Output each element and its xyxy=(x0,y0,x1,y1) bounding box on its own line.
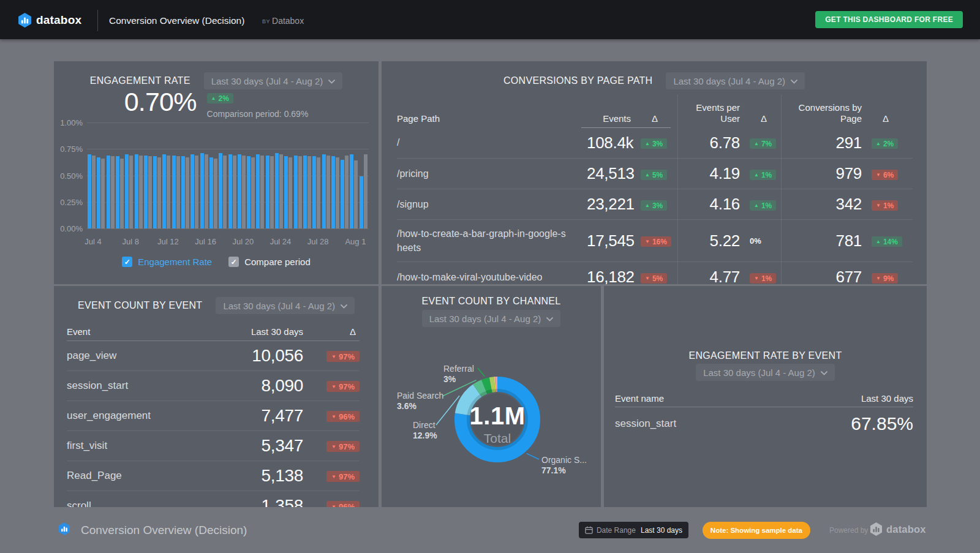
engagement-rate-bar[interactable] xyxy=(247,156,251,228)
date-range-pill[interactable]: Date Range Last 30 days xyxy=(579,522,688,538)
column-header-delta[interactable]: Δ xyxy=(303,326,360,337)
compare-period-bar[interactable] xyxy=(260,156,264,228)
engagement-rate-bar[interactable] xyxy=(107,156,110,228)
compare-period-bar[interactable] xyxy=(326,156,330,228)
compare-period-bar[interactable] xyxy=(242,156,246,228)
down-triangle-icon: ▼ xyxy=(331,384,336,389)
engagement-rate-bar[interactable] xyxy=(219,153,222,228)
column-header-delta[interactable]: Δ xyxy=(631,113,669,125)
table-row[interactable]: scroll1,358▼96% xyxy=(67,491,360,507)
compare-period-bar[interactable] xyxy=(186,157,189,228)
compare-period-bar[interactable] xyxy=(101,159,105,228)
engagement-rate-bar[interactable] xyxy=(360,176,363,228)
engagement-rate-bar[interactable] xyxy=(116,156,119,228)
engagement-rate-bar[interactable] xyxy=(228,154,232,228)
compare-period-bar[interactable] xyxy=(279,154,283,228)
engagement-rate-bar[interactable] xyxy=(135,154,138,228)
compare-period-bar[interactable] xyxy=(307,156,311,228)
compare-period-bar[interactable] xyxy=(336,157,339,228)
engagement-rate-bar[interactable] xyxy=(331,156,335,228)
compare-period-bar[interactable] xyxy=(148,156,152,228)
engagement-rate-bar[interactable] xyxy=(162,154,166,228)
bar-chart-plot-area: 0.00%0.25%0.50%0.75%1.00%Jul 4Jul 8Jul 1… xyxy=(88,122,369,228)
table-row[interactable]: /signup23,221▲3%4.16▲1%342▼1% xyxy=(397,189,913,219)
checkbox-checked-icon[interactable]: ✓ xyxy=(122,257,132,267)
engagement-rate-bar[interactable] xyxy=(200,153,204,228)
engagement-rate-bar[interactable] xyxy=(97,157,100,228)
table-row[interactable]: user_engagement7,477▼96% xyxy=(67,401,360,431)
engagement-rate-bar[interactable] xyxy=(144,156,148,228)
compare-period-bar[interactable] xyxy=(317,157,320,228)
compare-period-bar[interactable] xyxy=(251,157,255,228)
column-header-last-30-days[interactable]: Last 30 days xyxy=(189,326,303,337)
compare-period-bar[interactable] xyxy=(233,156,236,228)
compare-period-bar[interactable] xyxy=(364,154,368,228)
engagement-rate-bar[interactable] xyxy=(190,154,194,228)
legend-engagement-rate[interactable]: ✓ Engagement Rate xyxy=(122,257,212,267)
databox-wordmark[interactable]: databox xyxy=(36,13,81,27)
compare-period-bar[interactable] xyxy=(298,156,302,228)
databox-logo-icon[interactable] xyxy=(18,13,31,30)
compare-period-bar[interactable] xyxy=(157,157,161,228)
powered-by-databox-logo[interactable]: databox xyxy=(870,522,926,536)
engagement-rate-bar[interactable] xyxy=(238,154,241,228)
table-row[interactable]: /pricing24,513▲5%4.19▲1%979▼6% xyxy=(397,158,913,189)
table-row[interactable]: Read_Page5,138▼97% xyxy=(67,461,360,491)
compare-period-bar[interactable] xyxy=(120,159,124,228)
compare-period-bar[interactable] xyxy=(223,156,227,228)
compare-period-bar[interactable] xyxy=(176,156,180,228)
column-header-conversions-by-page[interactable]: Conversions by Page xyxy=(781,102,862,126)
get-dashboard-button[interactable]: GET THIS DASHBOARD FOR FREE xyxy=(815,11,963,28)
date-range-dropdown[interactable]: Last 30 days (Jul 4 - Aug 2) xyxy=(204,72,343,89)
engagement-rate-bar[interactable] xyxy=(266,156,270,228)
compare-period-bar[interactable] xyxy=(354,160,358,228)
date-range-dropdown[interactable]: Last 30 days (Jul 4 - Aug 2) xyxy=(216,297,355,314)
column-header-delta[interactable]: Δ xyxy=(740,113,778,125)
compare-period-bar[interactable] xyxy=(129,156,133,228)
engagement-rate-bar[interactable] xyxy=(294,156,298,228)
compare-period-bar[interactable] xyxy=(270,156,274,228)
engagement-rate-bar[interactable] xyxy=(275,153,279,228)
checkbox-checked-icon[interactable]: ✓ xyxy=(228,257,239,267)
table-row[interactable]: first_visit5,347▼97% xyxy=(67,431,360,461)
compare-period-bar[interactable] xyxy=(288,157,292,228)
table-row[interactable]: /108.4k▲3%6.78▲7%291▲2% xyxy=(397,127,913,158)
engagement-rate-bar[interactable] xyxy=(322,154,326,228)
compare-period-bar[interactable] xyxy=(205,154,208,228)
column-header-event-name[interactable]: Event name xyxy=(615,393,768,404)
date-range-dropdown[interactable]: Last 30 days (Jul 4 - Aug 2) xyxy=(696,364,835,381)
compare-period-bar[interactable] xyxy=(345,156,349,228)
column-header-event[interactable]: Event xyxy=(67,326,189,337)
engagement-rate-bar[interactable] xyxy=(284,156,288,228)
compare-period-bar[interactable] xyxy=(139,156,143,228)
column-header-delta[interactable]: Δ xyxy=(862,113,900,125)
engagement-rate-bar[interactable] xyxy=(256,154,260,228)
engagement-rate-bar[interactable] xyxy=(153,156,157,228)
sample-data-note[interactable]: Note: Showing sample data xyxy=(703,522,810,539)
column-header-events[interactable]: Events xyxy=(587,113,631,125)
engagement-rate-bar[interactable] xyxy=(181,156,185,228)
table-row[interactable]: session_start67.85% xyxy=(615,407,913,440)
compare-period-bar[interactable] xyxy=(92,156,96,228)
engagement-rate-bar[interactable] xyxy=(172,156,176,228)
compare-period-bar[interactable] xyxy=(214,159,217,228)
engagement-rate-bar[interactable] xyxy=(350,154,353,228)
table-row[interactable]: /how-to-create-a-bar-graph-in-google-she… xyxy=(397,219,913,261)
column-header-events-per-user[interactable]: Events per User xyxy=(677,102,740,126)
legend-compare-period[interactable]: ✓ Compare period xyxy=(228,257,311,267)
engagement-rate-bar[interactable] xyxy=(341,160,344,229)
engagement-rate-bar[interactable] xyxy=(125,154,129,228)
engagement-rate-bar[interactable] xyxy=(312,156,316,228)
engagement-rate-bar[interactable] xyxy=(88,154,91,228)
engagement-rate-bar[interactable] xyxy=(303,156,307,228)
table-row[interactable]: session_start8,090▼97% xyxy=(67,371,360,401)
compare-period-bar[interactable] xyxy=(111,156,115,228)
table-row[interactable]: page_view10,056▼97% xyxy=(67,341,360,371)
table-row[interactable]: /how-to-make-viral-youtube-video16,182▼5… xyxy=(397,261,913,284)
engagement-rate-bar[interactable] xyxy=(209,157,213,228)
column-header-page-path[interactable]: Page Path xyxy=(397,113,587,125)
column-header-last-30-days[interactable]: Last 30 days xyxy=(768,393,913,404)
date-range-dropdown[interactable]: Last 30 days (Jul 4 - Aug 2) xyxy=(666,72,805,89)
compare-period-bar[interactable] xyxy=(195,156,198,228)
compare-period-bar[interactable] xyxy=(167,156,170,228)
